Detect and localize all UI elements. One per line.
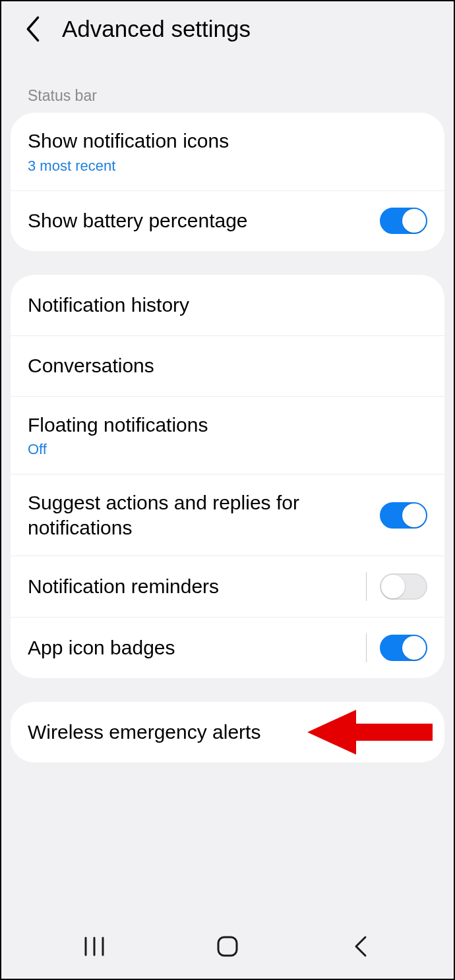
toggle-knob bbox=[402, 636, 426, 660]
card-notifications: Notification history Conversations Float… bbox=[11, 275, 444, 679]
toggle-notification-reminders[interactable] bbox=[380, 573, 427, 600]
toggle-suggest-actions[interactable] bbox=[380, 502, 427, 529]
row-floating-notifications[interactable]: Floating notifications Off bbox=[11, 396, 444, 475]
system-nav-bar bbox=[1, 914, 454, 979]
chevron-left-icon bbox=[353, 935, 369, 958]
row-notification-history[interactable]: Notification history bbox=[11, 275, 444, 335]
section-header-status-bar: Status bar bbox=[1, 57, 454, 113]
toggle-knob bbox=[402, 504, 426, 527]
row-title: Wireless emergency alerts bbox=[28, 720, 419, 745]
nav-home-button[interactable] bbox=[204, 930, 251, 963]
row-control-group bbox=[366, 572, 427, 601]
row-notification-reminders[interactable]: Notification reminders bbox=[11, 556, 444, 617]
card-emergency: Wireless emergency alerts bbox=[11, 702, 444, 763]
recents-icon bbox=[83, 937, 106, 956]
row-text: Notification history bbox=[28, 293, 427, 318]
row-subtitle: 3 most recent bbox=[28, 158, 419, 175]
row-control-group bbox=[366, 633, 427, 662]
row-subtitle: Off bbox=[28, 441, 419, 458]
row-title: Show notification icons bbox=[28, 129, 419, 154]
row-conversations[interactable]: Conversations bbox=[11, 335, 444, 396]
row-title: Suggest actions and replies for notifica… bbox=[28, 490, 372, 540]
home-icon bbox=[216, 935, 239, 958]
row-title: Conversations bbox=[28, 353, 419, 378]
app-header: Advanced settings bbox=[1, 1, 454, 57]
row-title: App icon badges bbox=[28, 635, 358, 660]
row-show-battery-percentage[interactable]: Show battery percentage bbox=[11, 190, 444, 251]
content-scroll[interactable]: Status bar Show notification icons 3 mos… bbox=[1, 57, 454, 914]
nav-recents-button[interactable] bbox=[71, 930, 117, 963]
row-title: Notification reminders bbox=[28, 574, 358, 599]
row-text: Show notification icons 3 most recent bbox=[28, 129, 427, 175]
nav-back-button[interactable] bbox=[338, 930, 384, 963]
row-title: Notification history bbox=[28, 293, 419, 318]
row-app-icon-badges[interactable]: App icon badges bbox=[11, 617, 444, 678]
toggle-app-icon-badges[interactable] bbox=[380, 635, 427, 661]
toggle-knob bbox=[402, 209, 426, 233]
row-text: Wireless emergency alerts bbox=[28, 720, 427, 745]
toggle-show-battery-percentage[interactable] bbox=[380, 208, 427, 234]
row-title: Floating notifications bbox=[28, 413, 419, 438]
row-text: Notification reminders bbox=[28, 574, 366, 599]
row-suggest-actions[interactable]: Suggest actions and replies for notifica… bbox=[11, 474, 444, 556]
vertical-divider bbox=[366, 572, 367, 601]
row-text: App icon badges bbox=[28, 635, 366, 660]
row-show-notification-icons[interactable]: Show notification icons 3 most recent bbox=[11, 113, 444, 190]
row-text: Show battery percentage bbox=[28, 208, 380, 233]
back-button[interactable] bbox=[21, 16, 46, 42]
row-text: Floating notifications Off bbox=[28, 413, 427, 459]
row-title: Show battery percentage bbox=[28, 208, 372, 233]
page-title: Advanced settings bbox=[62, 16, 251, 42]
row-text: Suggest actions and replies for notifica… bbox=[28, 490, 380, 540]
card-status-bar: Show notification icons 3 most recent Sh… bbox=[11, 113, 444, 251]
vertical-divider bbox=[366, 633, 367, 662]
toggle-knob bbox=[381, 575, 405, 598]
settings-screen: Advanced settings Status bar Show notifi… bbox=[1, 1, 454, 979]
row-text: Conversations bbox=[28, 353, 427, 378]
chevron-left-icon bbox=[25, 16, 42, 42]
svg-rect-5 bbox=[218, 937, 237, 956]
row-wireless-emergency-alerts[interactable]: Wireless emergency alerts bbox=[11, 702, 444, 763]
